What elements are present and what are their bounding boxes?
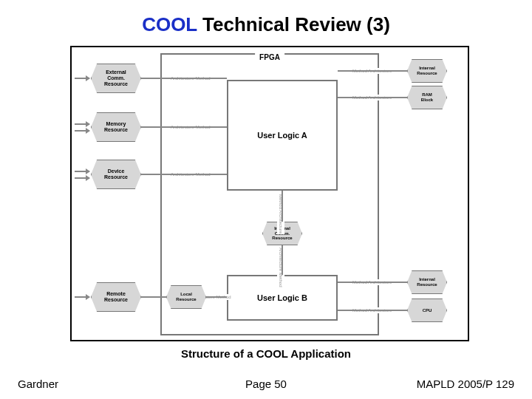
- hex-memory-label: Memory Resource: [104, 121, 128, 132]
- bridge-arch-method-vert: Architecture Method: [277, 247, 284, 288]
- arrow-icon: [75, 123, 89, 125]
- connector-line: [338, 97, 407, 98]
- arrow-icon: [75, 171, 89, 172]
- connector-line: [141, 174, 227, 175]
- hex-remote: Remote Resource: [91, 282, 141, 312]
- title-rest: Technical Review (3): [197, 13, 390, 35]
- bridge-method-arch-vert: Method Architecture: [277, 194, 284, 234]
- hex-device-label: Device Resource: [104, 168, 128, 180]
- fpga-label: FPGA: [255, 53, 284, 61]
- diagram-caption: Structure of a COOL Application: [0, 347, 532, 360]
- hex-int-res-top-label: Internal Resource: [417, 66, 437, 75]
- connector-line: [282, 245, 283, 275]
- arrow-icon: [75, 130, 89, 132]
- footer-conf: MAPLD 2005/P 129: [417, 378, 514, 390]
- hex-internal-res-bot: Internal Resource: [407, 270, 447, 294]
- connector-line: [338, 310, 407, 311]
- arrow-icon: [75, 296, 89, 298]
- hex-cpu-label: CPU: [423, 308, 432, 313]
- hex-internal-res-top: Internal Resource: [407, 59, 447, 83]
- arrow-icon: [75, 177, 89, 179]
- diagram: FPGA User Logic A User Logic B External …: [72, 47, 468, 340]
- hex-ram-block-label: RAM Block: [421, 92, 433, 102]
- connector-line: [141, 126, 227, 128]
- user-logic-a: User Logic A: [227, 80, 338, 191]
- hex-ext-comm-label: External Comm. Resource: [104, 69, 128, 86]
- hex-ram-block: RAM Block: [407, 86, 447, 109]
- connector-line: [338, 70, 407, 72]
- hex-remote-label: Remote Resource: [104, 291, 128, 302]
- hex-local: Local Resource: [166, 285, 206, 309]
- connector-line: [141, 78, 227, 79]
- hex-int-res-bot-label: Internal Resource: [417, 277, 437, 287]
- connector-line: [338, 282, 407, 283]
- hex-cpu: CPU: [407, 299, 447, 322]
- connector-line: [282, 191, 283, 222]
- hex-ext-comm: External Comm. Resource: [91, 64, 141, 93]
- page-title: COOL Technical Review (3): [0, 0, 532, 36]
- title-cool: COOL: [142, 13, 197, 35]
- hex-memory: Memory Resource: [91, 112, 141, 142]
- arrow-icon: [75, 78, 89, 79]
- diagram-frame: FPGA User Logic A User Logic B External …: [70, 46, 469, 341]
- hex-device: Device Resource: [91, 160, 141, 189]
- hex-local-label: Local Resource: [176, 292, 196, 301]
